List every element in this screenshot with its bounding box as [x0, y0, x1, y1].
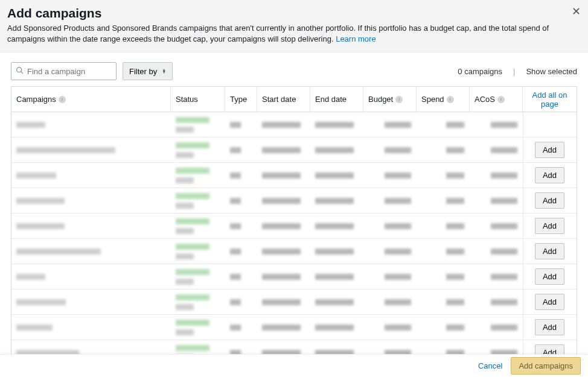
table-cell — [257, 220, 310, 233]
table-cell — [470, 220, 523, 233]
dialog-footer: Cancel Add campaigns — [0, 354, 588, 377]
info-icon[interactable]: i — [447, 96, 454, 103]
table-row: Add — [11, 163, 577, 188]
table-cell — [257, 270, 310, 284]
table-cell — [257, 296, 310, 309]
table-cell — [470, 245, 523, 258]
table-cell — [257, 245, 310, 258]
cancel-button[interactable]: Cancel — [478, 361, 502, 370]
add-button[interactable]: Add — [535, 142, 564, 158]
table-cell — [417, 118, 470, 131]
campaign-count: 0 campaigns — [458, 67, 502, 76]
add-button[interactable]: Add — [535, 167, 564, 183]
table-cell — [225, 144, 257, 157]
table-cell — [171, 164, 225, 187]
add-button[interactable]: Add — [535, 192, 564, 209]
table-cell — [11, 144, 171, 157]
table-cell — [171, 265, 225, 288]
col-status[interactable]: Status — [171, 87, 225, 112]
table-cell — [171, 291, 225, 314]
col-end-date[interactable]: End date — [310, 87, 363, 112]
campaigns-table: Campaignsi Status Type Start date End da… — [11, 86, 577, 369]
action-cell: Add — [523, 239, 577, 264]
learn-more-link[interactable]: Learn more — [336, 34, 375, 43]
table-cell — [11, 296, 171, 309]
show-selected-link[interactable]: Show selected — [526, 67, 577, 76]
table-cell — [225, 194, 257, 208]
table-cell — [417, 245, 470, 258]
col-spend[interactable]: Spendi — [417, 87, 470, 112]
table-cell — [417, 169, 470, 182]
dialog-title: Add campaigns — [7, 6, 578, 21]
add-button[interactable]: Add — [535, 294, 564, 310]
table-cell — [310, 270, 363, 284]
info-icon[interactable]: i — [395, 96, 403, 103]
table-cell — [225, 245, 257, 258]
table-cell — [225, 118, 257, 131]
col-action: Add all on page — [523, 87, 577, 112]
filter-by-button[interactable]: Filter by ▲▼ — [123, 62, 173, 80]
table-cell — [171, 215, 225, 238]
table-cell — [470, 270, 523, 284]
table-cell — [171, 139, 225, 162]
table-cell — [11, 118, 171, 131]
add-all-on-page-link[interactable]: Add all on page — [528, 90, 572, 109]
table-cell — [363, 194, 417, 208]
action-cell — [523, 112, 577, 137]
table-cell — [363, 118, 417, 131]
col-campaigns[interactable]: Campaignsi — [11, 87, 171, 112]
table-header: Campaignsi Status Type Start date End da… — [11, 87, 577, 112]
table-cell — [310, 169, 363, 182]
close-icon[interactable]: ✕ — [572, 5, 581, 18]
col-acos[interactable]: ACoSi — [470, 87, 523, 112]
table-cell — [310, 296, 363, 309]
col-start-date[interactable]: Start date — [257, 87, 310, 112]
add-button[interactable]: Add — [535, 319, 564, 335]
action-cell: Add — [523, 290, 577, 314]
dialog-header: ✕ Add campaigns Add Sponsored Products a… — [0, 0, 588, 52]
table-row — [11, 112, 577, 138]
table-cell — [11, 270, 171, 284]
add-campaigns-button[interactable]: Add campaigns — [511, 357, 581, 375]
table-cell — [11, 245, 171, 258]
info-icon[interactable]: i — [497, 96, 505, 103]
table-row: Add — [11, 214, 577, 239]
col-budget[interactable]: Budgeti — [363, 87, 417, 112]
table-cell — [470, 321, 523, 334]
table-cell — [417, 296, 470, 309]
search-input[interactable] — [11, 62, 117, 80]
table-cell — [310, 194, 363, 208]
table-cell — [310, 245, 363, 258]
table-row: Add — [11, 188, 577, 214]
svg-line-1 — [21, 72, 23, 74]
table-cell — [171, 240, 225, 263]
table-cell — [171, 189, 225, 212]
add-button[interactable]: Add — [535, 218, 564, 234]
table-cell — [257, 169, 310, 182]
table-cell — [363, 245, 417, 258]
table-cell — [310, 321, 363, 334]
table-row: Add — [11, 138, 577, 163]
toolbar: Filter by ▲▼ 0 campaigns | Show selected — [0, 52, 588, 86]
info-icon[interactable]: i — [59, 96, 66, 103]
add-button[interactable]: Add — [535, 268, 564, 285]
sort-icon: ▲▼ — [162, 69, 166, 74]
table-cell — [11, 194, 171, 208]
table-cell — [225, 270, 257, 284]
table-cell — [417, 220, 470, 233]
action-cell: Add — [523, 188, 577, 213]
table-cell — [225, 220, 257, 233]
col-type[interactable]: Type — [225, 87, 257, 112]
table-cell — [171, 316, 225, 339]
add-button[interactable]: Add — [535, 243, 564, 259]
table-cell — [417, 270, 470, 284]
table-cell — [363, 296, 417, 309]
table-cell — [310, 118, 363, 131]
table-cell — [470, 194, 523, 208]
table-cell — [257, 321, 310, 334]
table-row: Add — [11, 264, 577, 290]
table-cell — [225, 169, 257, 182]
table-cell — [11, 169, 171, 182]
table-cell — [11, 220, 171, 233]
table-row: Add — [11, 239, 577, 264]
